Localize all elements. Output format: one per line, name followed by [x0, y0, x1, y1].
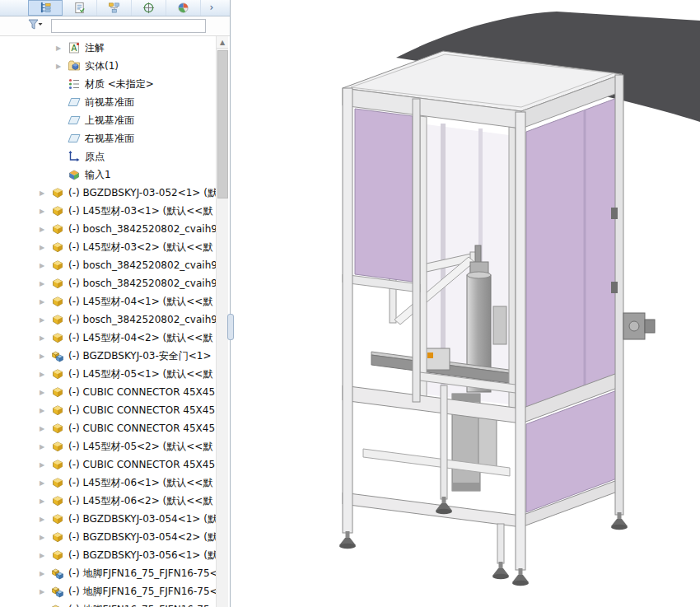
tree-item[interactable]: ▶ 右视基准面: [0, 129, 216, 147]
part-icon: [51, 404, 65, 417]
expand-arrow-icon[interactable]: ▶: [40, 461, 51, 469]
tree-item[interactable]: ▶ 实体(1): [0, 57, 216, 75]
part-icon: [51, 295, 65, 308]
part-icon: [51, 222, 65, 236]
panel-expand-chevron[interactable]: ›: [204, 0, 219, 16]
expand-arrow-icon[interactable]: ▶: [40, 244, 51, 251]
tree-item[interactable]: ▶ (-) BGZDBSKYJ-03-安全门<1>: [0, 347, 216, 365]
tree-item[interactable]: ▶ (-) L45型材-05<1> (默认<<默: [0, 365, 216, 383]
part-icon: [51, 458, 65, 471]
tree-item[interactable]: ▶ A 注解: [0, 39, 216, 57]
dimxpert-icon: [142, 2, 155, 14]
scrollbar-up-arrow-icon[interactable]: ▲: [217, 36, 228, 49]
tree-scrollbar[interactable]: ▲: [216, 36, 228, 607]
part-icon: [51, 530, 65, 544]
imported-feature-icon: [68, 168, 82, 181]
filter-input[interactable]: [51, 19, 206, 33]
assembly-icon: [51, 603, 65, 607]
assembly-icon: [51, 349, 65, 362]
expand-arrow-icon[interactable]: ▶: [40, 280, 51, 287]
tree-item[interactable]: ▶ (-) CUBIC CONNECTOR 45X45: [0, 419, 216, 437]
expand-arrow-icon[interactable]: ▶: [40, 534, 51, 541]
tree-item[interactable]: ▶ (-) bosch_3842520802_cvaih98: [0, 256, 216, 274]
manager-tab-dimxpertmanager[interactable]: [132, 0, 166, 16]
expand-arrow-icon[interactable]: ▶: [56, 44, 68, 52]
expand-arrow-icon[interactable]: ▶: [40, 497, 51, 505]
manager-tab-displaymanager[interactable]: [166, 0, 201, 16]
expand-arrow-icon[interactable]: ▶: [40, 189, 51, 197]
expand-arrow-icon[interactable]: ▶: [56, 63, 68, 70]
tree-item[interactable]: ▶ (-) bosch_3842520802_cvaih98: [0, 274, 216, 292]
funnel-icon: [26, 19, 44, 33]
side-motor[interactable]: [623, 313, 655, 339]
leveling-feet[interactable]: [339, 497, 628, 586]
back-post: [441, 124, 446, 387]
part-icon: [51, 549, 65, 562]
expand-arrow-icon[interactable]: ▶: [40, 407, 51, 414]
tree-item[interactable]: ▶ (-) 地脚FJFN16_75_FJFN16-75<: [0, 564, 216, 582]
panel-splitter-handle[interactable]: [227, 314, 234, 340]
machine-3d-model: [231, 0, 700, 607]
expand-arrow-icon[interactable]: ▶: [40, 479, 51, 487]
expand-arrow-icon[interactable]: ▶: [40, 316, 51, 324]
expand-arrow-icon[interactable]: ▶: [40, 425, 51, 432]
tree-item[interactable]: ▶ (-) L45型材-04<2> (默认<<默: [0, 329, 216, 347]
tree-item[interactable]: ▶ (-) BGZDBSKYJ-03-054<1> (默: [0, 510, 216, 528]
part-icon: [51, 494, 65, 507]
tree-item[interactable]: ▶ 材质 <未指定>: [0, 75, 216, 93]
tree-item[interactable]: ▶ (-) L45型材-03<2> (默认<<默: [0, 238, 216, 256]
part-icon: [51, 422, 65, 435]
manager-tab-propertymanager[interactable]: [63, 0, 97, 16]
tree-item[interactable]: ▶ (-) L45型材-05<2> (默认<<默: [0, 437, 216, 455]
plane-icon: [68, 96, 82, 109]
filter-funnel-button[interactable]: [26, 19, 51, 34]
expand-arrow-icon[interactable]: ▶: [40, 516, 51, 523]
expand-arrow-icon[interactable]: ▶: [40, 552, 51, 559]
tree-item[interactable]: ▶ (-) BGZDBSKYJ-03-056<1> (默: [0, 546, 216, 564]
expand-arrow-icon[interactable]: ▶: [40, 334, 51, 342]
tree-item[interactable]: ▶ 上视基准面: [0, 111, 216, 129]
expand-arrow-icon[interactable]: ▶: [40, 226, 51, 233]
right-side-panel-upper[interactable]: [526, 98, 617, 412]
tree-item[interactable]: ▶ (-) L45型材-06<2> (默认<<默: [0, 492, 216, 510]
door-hinge: [611, 282, 618, 293]
manager-tab-configurationmanager[interactable]: [97, 0, 132, 16]
tree-item[interactable]: ▶ (-) CUBIC CONNECTOR 45X45: [0, 383, 216, 401]
expand-arrow-icon[interactable]: ▶: [40, 570, 51, 577]
plane-icon: [68, 132, 82, 145]
tree-item[interactable]: ▶ (-) L45型材-06<1> (默认<<默: [0, 474, 216, 492]
tree-item[interactable]: ▶ 前视基准面: [0, 93, 216, 111]
tree-item[interactable]: ▶ 输入1: [0, 166, 216, 184]
propertymanager-icon: [73, 2, 86, 14]
feature-tree: ▶ A 注解 ▶ 实体(1) ▶ 材质 <未指定> ▶ 前视基准面 ▶ 上视基准…: [0, 36, 216, 607]
expand-arrow-icon[interactable]: ▶: [40, 588, 51, 595]
part-icon: [51, 240, 65, 254]
scrollbar-thumb[interactable]: [217, 50, 228, 198]
tree-item[interactable]: ▶ 原点: [0, 147, 216, 166]
expand-arrow-icon[interactable]: ▶: [40, 371, 51, 378]
tree-item[interactable]: ▶ (-) 地脚FJFN16_75_FJFN16-75<: [0, 600, 216, 607]
filter-bar: [0, 16, 230, 36]
tree-item[interactable]: ▶ (-) L45型材-04<1> (默认<<默: [0, 292, 216, 311]
left-front-panel[interactable]: [355, 109, 413, 282]
configurationmanager-icon: [108, 2, 120, 14]
expand-arrow-icon[interactable]: ▶: [40, 389, 51, 396]
tree-item[interactable]: ▶ (-) 地脚FJFN16_75_FJFN16-75<: [0, 582, 216, 600]
graphics-viewport[interactable]: [231, 0, 700, 607]
manager-tab-featuremanager[interactable]: [28, 0, 63, 16]
part-icon: [51, 259, 65, 272]
svg-text:A: A: [72, 44, 77, 53]
tree-item[interactable]: ▶ (-) CUBIC CONNECTOR 45X45: [0, 455, 216, 474]
annotations-icon: A: [68, 41, 82, 54]
tree-item[interactable]: ▶ (-) bosch_3842520802_cvaih98: [0, 311, 216, 329]
expand-arrow-icon[interactable]: ▶: [40, 298, 51, 306]
tree-item[interactable]: ▶ (-) bosch_3842520802_cvaih98: [0, 220, 216, 238]
tree-item[interactable]: ▶ (-) BGZDBSKYJ-03-052<1> (默: [0, 184, 216, 202]
expand-arrow-icon[interactable]: ▶: [40, 262, 51, 269]
expand-arrow-icon[interactable]: ▶: [40, 443, 51, 451]
tree-item[interactable]: ▶ (-) CUBIC CONNECTOR 45X45: [0, 401, 216, 419]
tree-item[interactable]: ▶ (-) L45型材-03<1> (默认<<默: [0, 202, 216, 220]
expand-arrow-icon[interactable]: ▶: [40, 208, 51, 215]
tree-item[interactable]: ▶ (-) BGZDBSKYJ-03-054<2> (默: [0, 528, 216, 546]
expand-arrow-icon[interactable]: ▶: [40, 353, 51, 360]
